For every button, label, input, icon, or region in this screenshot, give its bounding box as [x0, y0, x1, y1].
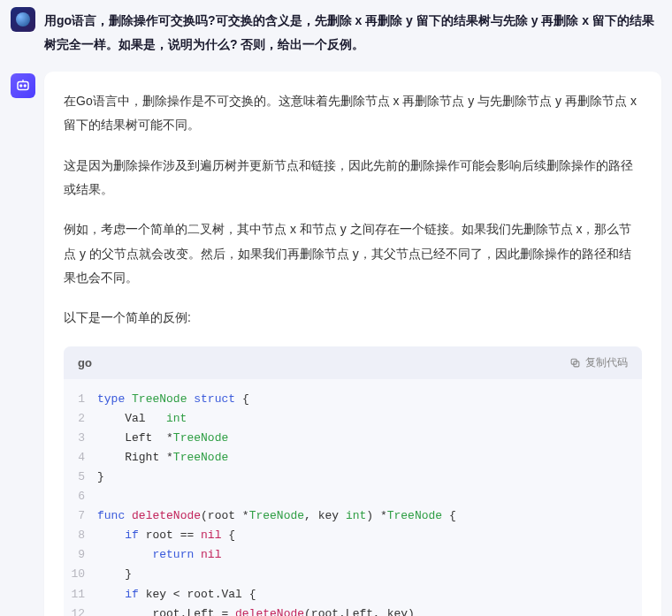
code-header: go 复制代码: [64, 346, 642, 379]
line-code: type TreeNode struct {: [97, 390, 249, 409]
user-avatar: [11, 7, 35, 32]
line-code: if key < root.Val {: [97, 585, 256, 605]
code-line: 1type TreeNode struct {: [64, 390, 642, 409]
line-number: 2: [64, 409, 97, 429]
code-line: 10 }: [64, 565, 642, 584]
svg-point-1: [20, 85, 22, 87]
copy-code-button[interactable]: 复制代码: [569, 355, 628, 370]
question-row: 用go语言，删除操作可交换吗?可交换的含义是，先删除 x 再删除 y 留下的结果…: [11, 7, 661, 56]
answer-paragraph: 这是因为删除操作涉及到遍历树并更新节点和链接，因此先前的删除操作可能会影响后续删…: [64, 154, 642, 202]
line-number: 12: [64, 605, 97, 616]
line-number: 9: [64, 545, 97, 565]
svg-rect-0: [18, 82, 28, 90]
line-code: Right *TreeNode: [97, 448, 228, 468]
ai-icon: [15, 78, 31, 94]
line-code: }: [97, 468, 104, 487]
answer-card: 在Go语言中，删除操作是不可交换的。这意味着先删除节点 x 再删除节点 y 与先…: [44, 72, 661, 616]
copy-label: 复制代码: [585, 355, 628, 370]
question-text: 用go语言，删除操作可交换吗?可交换的含义是，先删除 x 再删除 y 留下的结果…: [44, 7, 661, 56]
answer-paragraph: 以下是一个简单的反例:: [64, 306, 642, 330]
code-line: 8 if root == nil {: [64, 526, 642, 545]
code-line: 4 Right *TreeNode: [64, 448, 642, 468]
line-code: Left *TreeNode: [97, 429, 228, 448]
code-line: 11 if key < root.Val {: [64, 585, 642, 605]
ai-avatar: [11, 73, 35, 98]
code-block: go 复制代码 1type TreeNode struct {2 Val int…: [64, 346, 642, 616]
line-code: func deleteNode(root *TreeNode, key int)…: [97, 506, 456, 526]
code-language-label: go: [78, 356, 92, 369]
code-line: 3 Left *TreeNode: [64, 429, 642, 448]
code-line: 7func deleteNode(root *TreeNode, key int…: [64, 506, 642, 526]
line-code: Val int: [97, 409, 187, 429]
line-number: 3: [64, 429, 97, 448]
line-code: }: [97, 565, 132, 584]
code-line: 2 Val int: [64, 409, 642, 429]
code-line: 9 return nil: [64, 545, 642, 565]
copy-icon: [569, 357, 581, 369]
svg-point-2: [24, 85, 26, 87]
answer-paragraph: 例如，考虑一个简单的二叉树，其中节点 x 和节点 y 之间存在一个链接。如果我们…: [64, 217, 642, 290]
answer-row: 在Go语言中，删除操作是不可交换的。这意味着先删除节点 x 再删除节点 y 与先…: [11, 72, 661, 616]
line-code: return nil: [97, 545, 221, 565]
line-number: 8: [64, 526, 97, 545]
line-code: if root == nil {: [97, 526, 235, 545]
answer-paragraph: 在Go语言中，删除操作是不可交换的。这意味着先删除节点 x 再删除节点 y 与先…: [64, 89, 642, 138]
line-number: 1: [64, 390, 97, 409]
code-line: 5}: [64, 468, 642, 487]
line-number: 5: [64, 468, 97, 487]
line-number: 4: [64, 448, 97, 468]
code-line: 12 root.Left = deleteNode(root.Left, key…: [64, 605, 642, 616]
code-line: 6: [64, 487, 642, 506]
line-number: 10: [64, 565, 97, 584]
line-code: root.Left = deleteNode(root.Left, key): [97, 605, 415, 616]
line-number: 7: [64, 506, 97, 526]
line-number: 6: [64, 487, 97, 506]
line-number: 11: [64, 585, 97, 605]
code-body[interactable]: 1type TreeNode struct {2 Val int3 Left *…: [64, 379, 642, 616]
